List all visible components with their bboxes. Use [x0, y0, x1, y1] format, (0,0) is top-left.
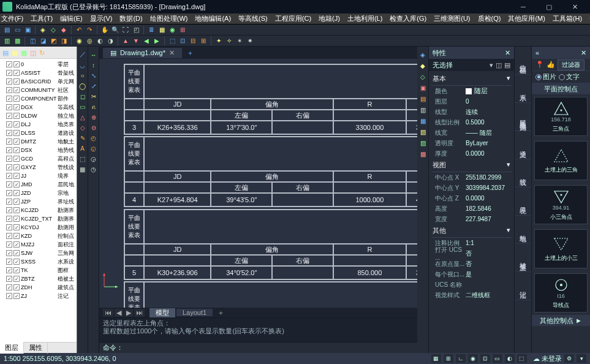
palette-item[interactable]: I16导线点 — [534, 273, 588, 313]
layout-last-icon[interactable]: ⏭ — [134, 309, 145, 317]
vr-e-icon[interactable]: ▤ — [418, 94, 427, 103]
menu-item[interactable]: 质检(Q) — [478, 14, 501, 23]
prop-value[interactable]: 255180.2999 — [466, 174, 512, 181]
checkbox-icon[interactable]: ✓ — [6, 267, 12, 273]
checkbox-icon[interactable]: ✓ — [6, 207, 12, 213]
close-button[interactable]: ✕ — [562, 0, 588, 13]
tool-f-icon[interactable]: ◨ — [59, 37, 68, 45]
layer-row[interactable]: ✓✓TK图框 — [1, 266, 75, 275]
v1-h-icon[interactable]: ◇ — [78, 123, 87, 132]
anchor-item[interactable]: 居民 地及 设施 — [515, 103, 531, 131]
ortho-icon[interactable]: ⊞ — [178, 26, 187, 34]
vr-c-icon[interactable]: ◇ — [418, 72, 427, 81]
v2-i-icon[interactable]: ◴ — [89, 134, 98, 142]
redo-icon[interactable]: ↷ — [85, 26, 94, 34]
pin-icon[interactable]: 📍 — [535, 61, 544, 69]
filter-button[interactable]: 过滤器 — [558, 59, 584, 70]
tool-e-icon[interactable]: ◩ — [49, 37, 58, 45]
layer-row[interactable]: ✓✓COMPONENT部件 — [1, 94, 75, 103]
tool-p-icon[interactable]: ⊡ — [178, 37, 187, 45]
open-icon[interactable]: ▭ — [13, 26, 21, 34]
zoom-icon[interactable]: 🔍 — [111, 26, 119, 34]
checkbox-icon[interactable]: ✓ — [6, 87, 12, 93]
v2-d-icon[interactable]: ⤢ — [89, 82, 98, 90]
layer-row[interactable]: ✓✓COMMUNITY社区 — [1, 86, 75, 94]
layer-tree[interactable]: ✓✓0零层✓✓ASSIST骨架线✓✓BASICGRID单元网✓✓COMMUNIT… — [0, 59, 77, 342]
status-btn[interactable]: ⬚ — [517, 354, 527, 363]
checkbox-icon[interactable]: ✓ — [13, 284, 20, 290]
status-btn[interactable]: ∟ — [456, 354, 466, 363]
prop-value[interactable]: 0.5000 — [466, 119, 512, 126]
tool-j-icon[interactable]: ◑ — [106, 37, 115, 45]
checkbox-icon[interactable]: ✓ — [13, 164, 20, 170]
checkbox-icon[interactable]: ✓ — [13, 147, 20, 153]
v2-g-icon[interactable]: ⊕ — [89, 113, 98, 121]
menu-item[interactable]: 检查入库(G) — [390, 14, 426, 23]
checkbox-icon[interactable]: ✓ — [6, 259, 12, 265]
group-misc[interactable]: 其他 — [433, 226, 446, 235]
menu-item[interactable]: 编辑(E) — [60, 14, 83, 23]
layer-row[interactable]: ✓✓DGX等高线 — [1, 103, 75, 112]
layer-row[interactable]: ✓✓KZD控制点 — [1, 232, 75, 240]
layer-row[interactable]: ✓✓SXSS水系设 — [1, 257, 75, 266]
v2-f-icon[interactable]: ⎌ — [89, 102, 98, 111]
checkbox-icon[interactable]: ✓ — [13, 259, 20, 265]
layout-tab-layout1[interactable]: Layout1 — [176, 309, 213, 316]
checkbox-icon[interactable]: ✓ — [6, 156, 12, 162]
prop-value[interactable]: 182.5846 — [466, 205, 512, 212]
vr-a-icon[interactable]: ◈ — [418, 50, 427, 59]
checkbox-icon[interactable]: ✓ — [13, 190, 20, 196]
checkbox-icon[interactable]: ✓ — [6, 61, 12, 67]
layer-row[interactable]: ✓✓DSX地势线 — [1, 146, 75, 154]
prop-value[interactable]: 随层 — [466, 86, 512, 96]
checkbox-icon[interactable]: ✓ — [6, 78, 12, 85]
selection-dropdown[interactable]: 无选择 — [433, 61, 453, 70]
cut-icon[interactable]: ◈ — [39, 26, 47, 34]
layer-row[interactable]: ✓✓JZP界址线 — [1, 197, 75, 206]
checkbox-icon[interactable]: ✓ — [6, 104, 12, 110]
layer-row[interactable]: ✓✓SJW三角网 — [1, 249, 75, 257]
layer-row[interactable]: ✓✓KCJZD勘测界 — [1, 206, 75, 214]
palette-collapse-icon[interactable]: « — [535, 49, 539, 56]
close-tab-icon[interactable]: ✕ — [169, 49, 175, 57]
v1-k-icon[interactable]: ⬚ — [78, 154, 87, 163]
tool-a-icon[interactable]: ▥ — [2, 37, 11, 45]
tool-h-icon[interactable]: ◎ — [85, 37, 94, 45]
v2-k-icon[interactable]: ◶ — [89, 154, 98, 163]
menu-item[interactable]: 文件(F) — [1, 14, 23, 23]
checkbox-icon[interactable]: ✓ — [6, 216, 12, 222]
checkbox-icon[interactable]: ✓ — [6, 121, 12, 127]
chevron-down-icon[interactable]: ▾◫▤ — [490, 61, 510, 69]
anchor-item[interactable]: 地貌 — [515, 216, 531, 244]
anchor-item[interactable]: 注记 — [515, 272, 531, 300]
grid-icon[interactable]: ▦ — [157, 26, 166, 34]
layer-row[interactable]: ✓✓ZJ注记 — [1, 292, 75, 300]
v1-j-icon[interactable]: A — [78, 144, 87, 153]
close-icon[interactable]: ✕ — [505, 49, 510, 57]
checkbox-icon[interactable]: ✓ — [13, 156, 20, 162]
vr-j-icon[interactable]: ▩ — [418, 150, 427, 158]
checkbox-icon[interactable]: ✓ — [13, 138, 20, 145]
palette-item[interactable]: 394.91小三角点 — [534, 185, 588, 224]
checkbox-icon[interactable]: ✓ — [13, 78, 20, 85]
layout-first-icon[interactable]: ⏮ — [103, 309, 113, 317]
new-icon[interactable]: ▤ — [2, 26, 11, 34]
anchor-item[interactable]: 植被 土质 — [515, 244, 531, 272]
v1-a-icon[interactable]: ／ — [78, 50, 87, 59]
vr-b-icon[interactable]: ◆ — [418, 61, 427, 70]
layer-row[interactable]: ✓✓JJ境界 — [1, 172, 75, 180]
menu-item[interactable]: 工具(T) — [31, 14, 53, 23]
checkbox-icon[interactable]: ✓ — [6, 70, 12, 76]
prop-value[interactable]: 0 — [466, 98, 512, 105]
radio-text[interactable]: 文字 — [559, 72, 580, 82]
checkbox-icon[interactable]: ✓ — [13, 181, 20, 188]
menu-item[interactable]: 工具箱(H) — [553, 14, 582, 23]
command-line[interactable]: 命令： — [99, 342, 417, 353]
status-settings-icon[interactable]: ⚙ — [564, 354, 574, 363]
checkbox-icon[interactable]: ✓ — [6, 284, 12, 290]
status-btn[interactable]: ▭ — [493, 354, 502, 363]
layer-row[interactable]: ✓✓0零层 — [1, 60, 75, 69]
checkbox-icon[interactable]: ✓ — [6, 293, 12, 299]
v1-g-icon[interactable]: △ — [78, 113, 87, 121]
menu-item[interactable]: 绘图处理(W) — [150, 14, 188, 23]
